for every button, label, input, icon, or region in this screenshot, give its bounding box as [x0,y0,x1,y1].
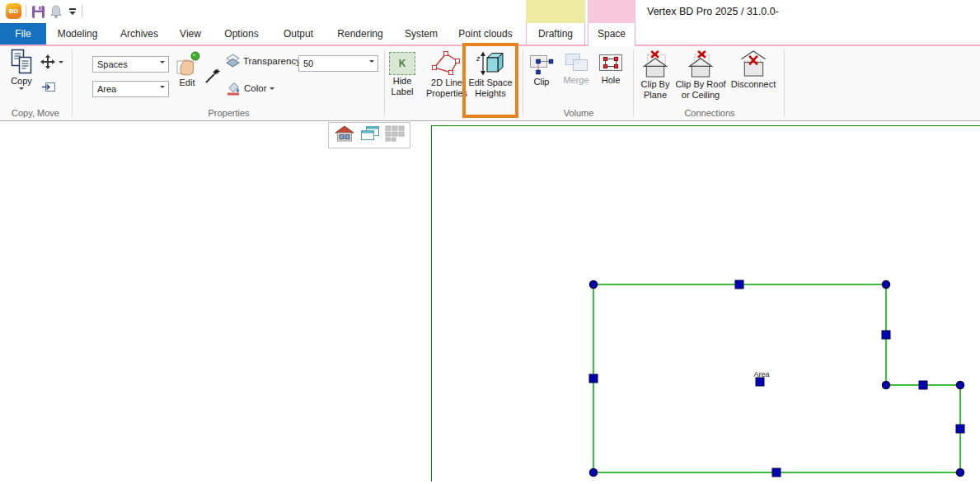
contextual-group-pink [588,0,635,23]
edit-space-heights-label: Edit Space Heights [466,78,515,99]
hide-label-icon: K [389,52,415,75]
move-to-view-button[interactable] [41,81,56,96]
move-to-view-icon [41,81,56,93]
grid-views-button[interactable] [385,125,405,145]
edit-hand-icon [174,50,200,77]
clip-icon [528,51,556,76]
drawing-viewport-border [431,125,980,482]
chevron-down-icon [160,61,165,73]
tab-system[interactable]: System [396,23,447,45]
hole-icon [598,51,624,74]
tab-output[interactable]: Output [272,23,325,45]
save-icon [31,5,45,19]
group-separator [784,49,785,117]
copy-icon [11,49,32,75]
transparency-row: Transparency [226,54,301,68]
edit-space-heights-icon: z [476,50,504,77]
clip-by-plane-icon [640,49,671,78]
clip-by-roof-or-ceiling-icon [685,49,716,78]
ribbon: Copy Copy, Move Spaces Area [0,46,980,121]
transparency-value: 50 [303,59,313,68]
color-label: Color [244,83,266,93]
drawing-canvas[interactable] [0,121,980,484]
hide-label-label: Hide Label [384,76,420,97]
tab-modeling[interactable]: Modeling [51,23,104,45]
save-button[interactable] [30,3,46,20]
group-separator [633,49,634,117]
cascade-windows-button[interactable] [360,125,380,145]
2d-line-properties-icon [432,50,462,77]
chevron-down-icon [270,87,274,90]
area-combobox[interactable]: Area [92,81,169,97]
clip-button[interactable]: Clip [526,51,557,87]
chevron-down-icon [59,61,63,63]
transparency-combobox[interactable]: 50 [298,55,378,72]
notifications-button[interactable] [48,3,64,20]
hide-label-button[interactable]: K Hide Label [384,52,420,97]
hole-button[interactable]: Hole [595,51,626,86]
chevron-down-icon [369,60,374,73]
divider [82,5,82,17]
application-window: BD Vertex BD Pro 2025 / 31.0.0- File [0,0,980,484]
house-view-button[interactable] [334,125,355,146]
z-axis-letter: z [476,54,481,63]
chevron-down-icon [160,86,165,98]
area-value: Area [97,84,116,94]
disconnect-label: Disconnect [731,79,776,90]
clip-by-roof-or-ceiling-button[interactable]: Clip By Roof or Ceiling [673,49,729,101]
merge-icon [562,51,590,74]
group-label-properties: Properties [74,108,383,118]
disconnect-icon [738,49,769,78]
cascade-windows-icon [360,125,380,142]
edit-properties-button[interactable]: Edit [171,50,203,88]
group-label-volume: Volume [524,108,633,118]
tab-rendering[interactable]: Rendering [329,23,392,45]
tab-options[interactable]: Options [214,23,269,45]
clip-label: Clip [534,77,550,87]
tab-archives[interactable]: Archives [112,23,166,45]
transparency-icon [226,54,240,68]
tab-point-clouds[interactable]: Point clouds [450,23,521,45]
grid-views-icon [385,125,405,142]
contextual-group-yellow [526,0,585,23]
merge-label: Merge [563,75,588,86]
merge-button: Merge [559,51,593,86]
2d-line-properties-button[interactable]: 2D Line Properties [422,50,471,99]
tab-drafting[interactable]: Drafting [526,23,585,45]
clip-by-roof-or-ceiling-label: Clip By Roof or Ceiling [673,79,729,101]
group-separator [72,49,73,117]
app-logo-icon[interactable]: BD [6,3,21,19]
color-button[interactable]: Color [226,81,274,96]
pick-properties-button[interactable] [204,68,221,87]
color-bucket-icon [226,81,241,96]
copy-label: Copy [11,76,32,87]
hole-label: Hole [602,75,621,86]
customize-quick-access-icon [69,8,76,10]
edit-space-heights-button[interactable]: z Edit Space Heights [466,50,515,99]
move-icon [40,54,56,70]
ribbon-tab-bar: File Modeling Archives View Options Outp… [0,23,980,46]
divider [26,5,26,17]
eyedropper-icon [204,68,221,84]
move-button[interactable] [40,54,63,70]
disconnect-button[interactable]: Disconnect [727,49,780,90]
space-type-combobox[interactable]: Spaces [92,56,169,73]
group-label-connections: Connections [635,108,785,118]
customize-quick-access-button[interactable] [64,3,81,20]
house-view-icon [334,125,355,143]
copy-button[interactable]: Copy [3,49,40,90]
chevron-down-icon [69,12,76,15]
tab-space[interactable]: Space [588,23,635,46]
transparency-label: Transparency [243,56,301,66]
tab-file[interactable]: File [0,23,46,45]
chevron-down-icon [19,87,24,90]
edit-label: Edit [180,78,195,88]
window-title: Vertex BD Pro 2025 / 31.0.0- [647,6,779,17]
group-label-copy-move: Copy, Move [0,108,71,118]
tab-view[interactable]: View [170,23,211,45]
notifications-bell-icon [49,4,63,19]
clip-by-plane-button[interactable]: Clip By Plane [635,49,676,101]
clip-by-plane-label: Clip By Plane [635,79,676,101]
2d-line-properties-label: 2D Line Properties [422,78,471,99]
group-separator [523,49,523,117]
